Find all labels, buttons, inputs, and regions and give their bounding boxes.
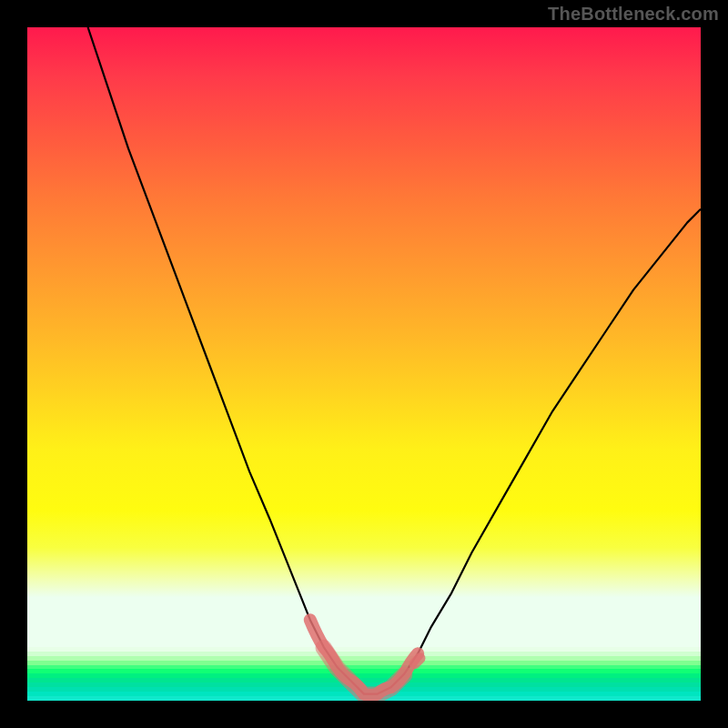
bottleneck-curve [27,27,701,701]
plot-area [27,27,701,701]
attribution-watermark: TheBottleneck.com [548,4,719,25]
chart-frame: TheBottleneck.com [0,0,728,728]
